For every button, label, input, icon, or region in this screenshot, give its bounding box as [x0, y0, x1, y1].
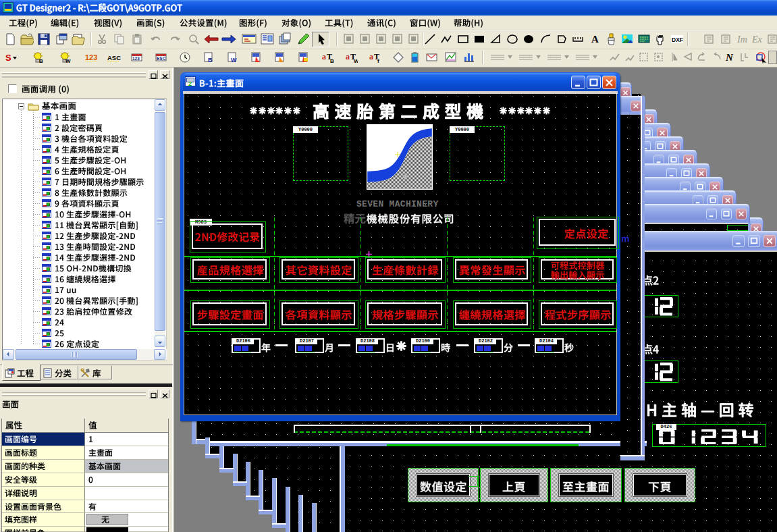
svg-text:B: B — [208, 57, 213, 63]
svg-text:A: A — [591, 34, 599, 45]
svg-text:W: W — [65, 58, 71, 63]
svg-text:a: a — [346, 52, 350, 61]
svg-text:ASC: ASC — [107, 54, 121, 61]
svg-text:DXF: DXF — [672, 36, 683, 43]
svg-text:ESC: ESC — [157, 56, 166, 61]
svg-text:B: B — [39, 58, 43, 63]
svg-text:Ex: Ex — [751, 34, 763, 45]
svg-text:W: W — [354, 58, 358, 63]
svg-text:Im: Im — [736, 34, 747, 45]
svg-text:S: S — [5, 53, 11, 63]
svg-text:f: f — [377, 58, 379, 63]
svg-text:B: B — [330, 58, 334, 63]
svg-text:N: N — [725, 52, 734, 63]
svg-text:123: 123 — [132, 56, 140, 61]
svg-text:W: W — [231, 57, 237, 63]
svg-text:a: a — [322, 52, 326, 61]
svg-text:a: a — [369, 52, 373, 61]
svg-text:123: 123 — [85, 53, 97, 61]
svg-text:!: ! — [257, 57, 259, 61]
